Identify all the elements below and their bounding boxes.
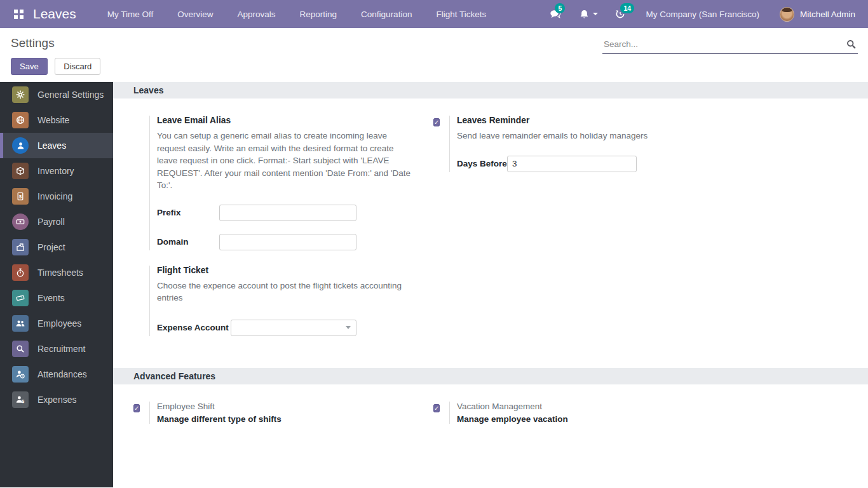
- setting-description: You can setup a generic email alias to c…: [157, 130, 415, 192]
- leaves-reminder-checkbox[interactable]: ✓: [433, 118, 440, 126]
- sidebar-item-label: Employees: [37, 318, 81, 329]
- expense-account-select[interactable]: [231, 320, 356, 336]
- systray: 5 14 My Company (San Francisco) Mitchell…: [541, 0, 859, 28]
- sidebar-item-label: General Settings: [37, 90, 104, 100]
- box-icon: [12, 163, 29, 179]
- top-navbar: Leaves My Time Off Overview Approvals Re…: [0, 0, 868, 28]
- vacation-management-checkbox[interactable]: ✓: [433, 404, 440, 412]
- setting-leaves-reminder: ✓ Leaves Reminder Send leave remainder e…: [433, 116, 848, 172]
- notifications-button[interactable]: [571, 0, 606, 28]
- sidebar-item-attendances[interactable]: Attendances: [0, 362, 113, 387]
- sidebar-item-invoicing[interactable]: Invoicing: [0, 184, 113, 209]
- nav-item-flight-tickets[interactable]: Flight Tickets: [424, 0, 498, 28]
- expense-account-label: Expense Account: [157, 323, 231, 332]
- sidebar-item-employees[interactable]: Employees: [0, 311, 113, 336]
- discard-button[interactable]: Discard: [55, 58, 100, 75]
- user-menu[interactable]: Mitchell Admin: [771, 7, 859, 22]
- section-header-leaves: Leaves: [113, 82, 868, 98]
- gear-icon: [12, 86, 29, 103]
- user-clock-icon: [12, 366, 29, 383]
- section-advanced-body: ✓ Employee Shift Manage different type o…: [113, 384, 868, 456]
- sidebar-item-website[interactable]: Website: [0, 107, 113, 133]
- days-before-field[interactable]: [507, 156, 637, 172]
- nav-item-reporting[interactable]: Reporting: [288, 0, 349, 28]
- feature-sublabel: Manage different type of shifts: [157, 414, 433, 424]
- settings-content: Leaves Leave Email Alias You can setup a…: [113, 82, 868, 487]
- section-header-advanced-features: Advanced Features: [113, 368, 868, 384]
- globe-icon: [12, 112, 29, 128]
- user-name: Mitchell Admin: [800, 10, 855, 19]
- sidebar-item-payroll[interactable]: Payroll: [0, 209, 113, 234]
- save-button[interactable]: Save: [11, 58, 48, 75]
- control-panel: Settings Save Discard: [0, 28, 868, 82]
- setting-description: Send leave remainder emails to holiday m…: [457, 130, 715, 142]
- search-input[interactable]: [602, 36, 844, 53]
- nav-item-overview[interactable]: Overview: [165, 0, 225, 28]
- ticket-icon: [12, 290, 29, 306]
- sidebar-item-label: Events: [37, 293, 65, 303]
- sidebar-item-label: Attendances: [37, 369, 87, 379]
- setting-description: Choose the expence account to post the f…: [157, 280, 415, 304]
- sidebar-item-general-settings[interactable]: General Settings: [0, 82, 113, 107]
- avatar: [780, 7, 794, 22]
- sidebar-item-label: Recruitment: [37, 344, 85, 354]
- messages-badge: 5: [555, 3, 565, 13]
- users-icon: [12, 315, 29, 332]
- stopwatch-icon: [12, 264, 29, 281]
- sidebar-item-inventory[interactable]: Inventory: [0, 158, 113, 184]
- sidebar-item-label: Leaves: [37, 140, 66, 151]
- banknote-icon: [12, 214, 29, 230]
- puzzle-icon: [12, 239, 29, 255]
- sidebar-item-label: Project: [37, 242, 65, 252]
- prefix-field[interactable]: [219, 205, 356, 221]
- setting-vacation-management: ✓ Vacation Management Manage employee va…: [433, 402, 848, 424]
- days-before-label: Days Before: [457, 159, 507, 168]
- employee-shift-checkbox[interactable]: ✓: [133, 404, 140, 412]
- magnifier-icon: [12, 341, 29, 357]
- sidebar-item-label: Invoicing: [37, 191, 72, 201]
- user-dollar-icon: [12, 391, 29, 408]
- messages-button[interactable]: 5: [541, 0, 571, 28]
- chevron-down-icon: [346, 326, 351, 329]
- apps-grid-icon: [14, 10, 24, 19]
- feature-label: Employee Shift: [157, 402, 433, 411]
- sidebar-item-timesheets[interactable]: Timesheets: [0, 260, 113, 285]
- domain-label: Domain: [157, 237, 219, 247]
- activities-button[interactable]: 14: [606, 0, 634, 28]
- chevron-down-icon: [593, 13, 598, 15]
- sidebar-item-expenses[interactable]: Expenses: [0, 387, 113, 412]
- nav-item-my-time-off[interactable]: My Time Off: [95, 0, 166, 28]
- sidebar-item-label: Website: [37, 115, 69, 125]
- nav-item-approvals[interactable]: Approvals: [226, 0, 288, 28]
- prefix-label: Prefix: [157, 208, 219, 217]
- sidebar-item-events[interactable]: Events: [0, 285, 113, 311]
- nav-item-configuration[interactable]: Configuration: [349, 0, 424, 28]
- setting-heading: Leave Email Alias: [157, 116, 433, 125]
- company-switcher[interactable]: My Company (San Francisco): [634, 10, 771, 19]
- search-button[interactable]: [844, 39, 858, 51]
- sidebar-item-recruitment[interactable]: Recruitment: [0, 336, 113, 362]
- search-icon: [846, 39, 857, 50]
- setting-heading: Leaves Reminder: [457, 116, 848, 125]
- setting-leave-email-alias: Leave Email Alias You can setup a generi…: [133, 116, 433, 250]
- sidebar-item-label: Timesheets: [37, 268, 83, 278]
- setting-employee-shift: ✓ Employee Shift Manage different type o…: [133, 402, 433, 424]
- search-box: [602, 36, 858, 54]
- leaves-user-icon: [12, 137, 29, 154]
- sidebar-item-project[interactable]: Project: [0, 234, 113, 260]
- sidebar-item-label: Expenses: [37, 395, 76, 405]
- domain-field[interactable]: [219, 234, 356, 250]
- feature-sublabel: Manage employee vacation: [457, 414, 848, 424]
- feature-label: Vacation Management: [457, 402, 848, 411]
- sidebar-item-label: Payroll: [37, 217, 65, 227]
- setting-heading: Flight Ticket: [157, 266, 433, 275]
- invoice-icon: [12, 188, 29, 205]
- app-name[interactable]: Leaves: [33, 6, 76, 22]
- settings-sidebar: General Settings Website Leaves Inventor…: [0, 82, 113, 487]
- activities-badge: 14: [620, 3, 634, 13]
- section-leaves-body: Leave Email Alias You can setup a generi…: [113, 98, 868, 368]
- sidebar-item-leaves[interactable]: Leaves: [0, 133, 113, 158]
- main-menu: My Time Off Overview Approvals Reporting…: [95, 0, 498, 28]
- bell-icon: [579, 9, 590, 20]
- apps-menu-button[interactable]: [9, 4, 28, 24]
